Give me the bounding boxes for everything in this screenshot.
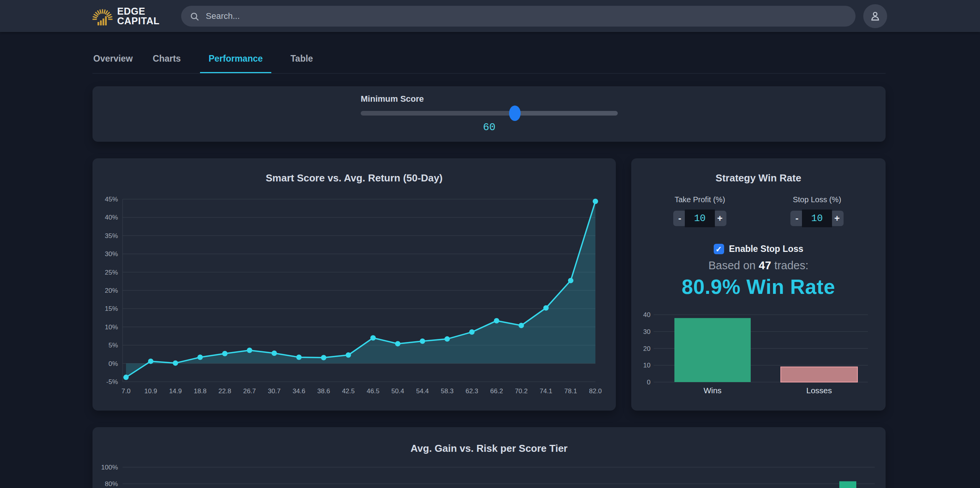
take-profit-increment-button[interactable]: +	[713, 211, 726, 226]
take-profit-stepper: - +	[673, 210, 726, 227]
enable-stop-loss-row[interactable]: ✓ Enable Stop Loss	[631, 244, 886, 254]
svg-text:66.2: 66.2	[490, 387, 503, 395]
svg-text:80%: 80%	[105, 480, 118, 488]
minimum-score-card: Minimum Score 60	[92, 86, 886, 142]
svg-text:25%: 25%	[105, 269, 118, 276]
search-icon	[190, 12, 200, 23]
svg-text:40%: 40%	[105, 214, 118, 221]
take-profit-decrement-button[interactable]: -	[673, 211, 686, 226]
tab-bar: Overview Charts Performance Table	[92, 47, 886, 74]
svg-text:10%: 10%	[105, 324, 118, 331]
svg-text:40: 40	[643, 312, 651, 319]
svg-text:22.8: 22.8	[219, 387, 231, 395]
take-profit-label: Take Profit (%)	[649, 195, 751, 204]
minimum-score-slider[interactable]	[361, 111, 618, 116]
svg-text:46.5: 46.5	[367, 387, 380, 395]
win-loss-bar-chart: 010203040WinsLosses	[631, 312, 886, 406]
svg-text:-5%: -5%	[106, 378, 118, 386]
svg-text:26.7: 26.7	[243, 387, 256, 395]
svg-text:50.4: 50.4	[392, 387, 404, 395]
stop-loss-increment-button[interactable]: +	[830, 211, 844, 226]
svg-text:70.2: 70.2	[515, 387, 528, 395]
svg-text:20: 20	[643, 345, 651, 352]
svg-text:82.0: 82.0	[589, 387, 602, 395]
svg-text:54.4: 54.4	[416, 387, 429, 395]
top-bar: EDGE CAPITAL	[0, 0, 980, 32]
svg-text:38.6: 38.6	[317, 387, 330, 395]
stop-loss-group: Stop Loss (%) - +	[766, 195, 868, 227]
stop-loss-input[interactable]	[802, 210, 832, 227]
svg-text:30.7: 30.7	[268, 387, 281, 395]
user-avatar-button[interactable]	[863, 4, 887, 28]
strategy-title: Strategy Win Rate	[631, 172, 886, 184]
svg-text:10: 10	[643, 362, 651, 369]
svg-text:74.1: 74.1	[540, 387, 552, 395]
svg-text:18.8: 18.8	[194, 387, 207, 395]
brand-logo: EDGE CAPITAL	[92, 5, 160, 27]
trades-count: 47	[759, 259, 771, 272]
svg-text:62.3: 62.3	[466, 387, 478, 395]
brand-sunburst-icon	[92, 5, 113, 27]
search-input[interactable]	[181, 6, 856, 27]
svg-text:78.1: 78.1	[564, 387, 577, 395]
svg-text:42.5: 42.5	[342, 387, 355, 395]
brand-name-line1: EDGE	[117, 7, 160, 16]
tab-performance[interactable]: Performance	[200, 47, 271, 73]
svg-text:45%: 45%	[105, 196, 118, 203]
enable-stop-loss-label: Enable Stop Loss	[729, 244, 803, 254]
gain-risk-bar-chart: 100%80%	[92, 427, 886, 488]
brand-name-line2: CAPITAL	[117, 16, 160, 26]
svg-text:35%: 35%	[105, 232, 118, 240]
score-return-line-chart: 45%40%35%30%25%20%15%10%5%0%-5%7.010.914…	[92, 158, 616, 409]
tab-charts[interactable]: Charts	[152, 47, 182, 73]
score-return-chart-card: Smart Score vs. Avg. Return (50-Day) 45%…	[92, 158, 616, 411]
svg-text:100%: 100%	[101, 464, 118, 471]
stop-loss-stepper: - +	[790, 210, 844, 227]
gain-risk-chart-card: Avg. Gain vs. Risk per Score Tier 100%80…	[92, 427, 886, 488]
slider-thumb[interactable]	[509, 106, 521, 121]
svg-text:30%: 30%	[105, 250, 118, 258]
svg-text:0: 0	[647, 379, 651, 386]
minimum-score-value: 60	[361, 122, 618, 133]
svg-text:0%: 0%	[108, 360, 118, 367]
trades-summary: Based on 47 trades:	[631, 259, 886, 272]
tab-table[interactable]: Table	[290, 47, 314, 73]
svg-text:58.3: 58.3	[441, 387, 454, 395]
svg-text:14.9: 14.9	[169, 387, 182, 395]
strategy-win-rate-card: Strategy Win Rate Take Profit (%) - + St…	[631, 158, 886, 411]
svg-text:34.6: 34.6	[292, 387, 305, 395]
stop-loss-label: Stop Loss (%)	[766, 195, 868, 204]
stop-loss-decrement-button[interactable]: -	[790, 211, 803, 226]
svg-text:Wins: Wins	[704, 386, 722, 395]
take-profit-input[interactable]	[685, 210, 715, 227]
svg-text:30: 30	[643, 328, 651, 335]
win-rate-value: 80.9% Win Rate	[631, 275, 886, 299]
tab-overview[interactable]: Overview	[92, 47, 133, 73]
enable-stop-loss-checkbox[interactable]: ✓	[714, 244, 724, 254]
svg-text:5%: 5%	[108, 342, 118, 349]
svg-text:20%: 20%	[105, 287, 118, 294]
svg-text:10.9: 10.9	[145, 387, 157, 395]
take-profit-group: Take Profit (%) - +	[649, 195, 751, 227]
minimum-score-label: Minimum Score	[361, 94, 424, 104]
user-avatar-icon	[869, 10, 881, 22]
score-chart-title: Smart Score vs. Avg. Return (50-Day)	[92, 172, 616, 184]
svg-text:Losses: Losses	[806, 386, 832, 395]
svg-text:7.0: 7.0	[121, 387, 131, 395]
svg-text:15%: 15%	[105, 305, 118, 312]
